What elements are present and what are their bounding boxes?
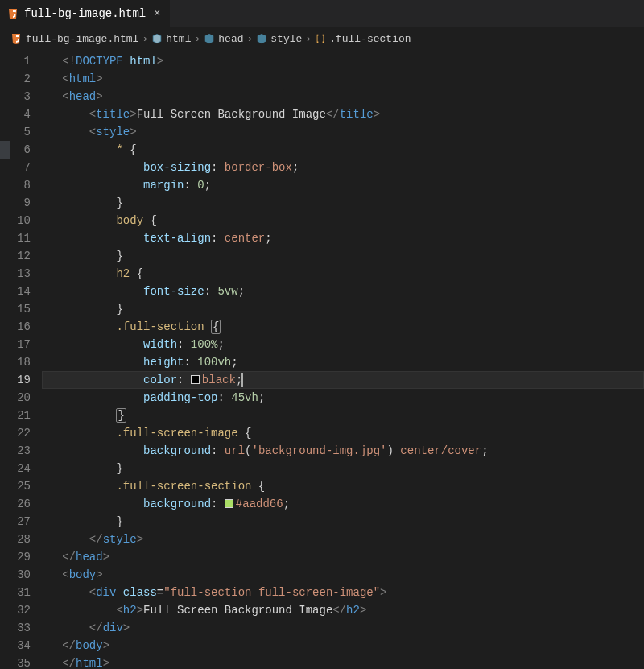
breadcrumb-file[interactable]: full-bg-image.html xyxy=(10,32,138,45)
editor-area[interactable]: 1234567891011121314151617181920212223242… xyxy=(0,49,644,669)
chevron-right-icon: › xyxy=(194,33,200,45)
chevron-right-icon: › xyxy=(247,33,254,45)
line-number[interactable]: 35 xyxy=(0,655,31,669)
line-number[interactable]: 34 xyxy=(0,637,31,655)
line-number[interactable]: 20 xyxy=(0,389,31,407)
close-icon[interactable]: × xyxy=(151,7,163,20)
line-number[interactable]: 10 xyxy=(0,212,31,229)
line-number[interactable]: 21 xyxy=(0,407,31,424)
tab-bar: full-bg-image.html × xyxy=(0,0,644,28)
breadcrumb-label: html xyxy=(166,33,191,45)
line-number[interactable]: 23 xyxy=(0,442,31,460)
line-number[interactable]: 24 xyxy=(0,460,31,477)
breadcrumb-label: head xyxy=(218,33,243,45)
line-number[interactable]: 26 xyxy=(0,495,31,513)
line-number[interactable]: 33 xyxy=(0,619,31,637)
color-swatch-aadd66[interactable] xyxy=(225,499,233,508)
module-icon xyxy=(204,33,215,44)
editor-tab[interactable]: full-bg-image.html × xyxy=(0,0,171,27)
breadcrumb-label: .full-section xyxy=(329,33,411,45)
html-file-icon xyxy=(10,32,23,45)
code-content[interactable]: <!DOCTYPE html> <html> <head> <title>Ful… xyxy=(42,49,644,669)
line-number[interactable]: 22 xyxy=(0,424,31,442)
line-number[interactable]: 32 xyxy=(0,601,31,619)
line-number[interactable]: 25 xyxy=(0,477,31,495)
line-number[interactable]: 27 xyxy=(0,513,31,531)
line-number[interactable]: 19 xyxy=(0,371,31,389)
line-number[interactable]: 28 xyxy=(0,531,31,548)
html-file-icon xyxy=(6,7,19,20)
line-number[interactable]: 4 xyxy=(0,105,31,123)
breadcrumbs[interactable]: full-bg-image.html › html › head › style… xyxy=(0,28,644,49)
module-icon xyxy=(151,33,163,44)
line-number[interactable]: 31 xyxy=(0,584,31,601)
line-number[interactable]: 18 xyxy=(0,353,31,371)
breadcrumb-label: style xyxy=(270,33,302,45)
line-number[interactable]: 30 xyxy=(0,566,31,584)
color-swatch-black[interactable] xyxy=(191,375,200,384)
line-number[interactable]: 8 xyxy=(0,176,31,194)
chevron-right-icon: › xyxy=(142,33,148,45)
brackets-icon xyxy=(315,33,326,44)
tab-filename: full-bg-image.html xyxy=(24,7,146,20)
gutter-selection-indicator xyxy=(0,141,10,159)
line-number[interactable]: 2 xyxy=(0,70,31,88)
line-number[interactable]: 29 xyxy=(0,548,31,566)
line-number[interactable]: 5 xyxy=(0,123,31,141)
line-number[interactable]: 13 xyxy=(0,265,31,283)
line-number[interactable]: 15 xyxy=(0,300,31,318)
line-number[interactable]: 14 xyxy=(0,283,31,300)
line-number[interactable]: 16 xyxy=(0,318,31,336)
line-number[interactable]: 11 xyxy=(0,229,31,247)
line-number[interactable]: 12 xyxy=(0,247,31,265)
module-icon xyxy=(256,33,267,44)
breadcrumb-style[interactable]: style xyxy=(256,33,302,45)
line-number[interactable]: 3 xyxy=(0,88,31,105)
text-cursor xyxy=(242,373,243,387)
breadcrumb-html[interactable]: html xyxy=(151,33,191,45)
line-number[interactable]: 1 xyxy=(0,52,31,70)
line-number[interactable]: 9 xyxy=(0,194,31,212)
breadcrumb-head[interactable]: head xyxy=(204,33,243,45)
breadcrumb-selector[interactable]: .full-section xyxy=(315,33,411,45)
line-number[interactable]: 7 xyxy=(0,159,31,176)
chevron-right-icon: › xyxy=(305,33,312,45)
line-number[interactable]: 17 xyxy=(0,336,31,353)
breadcrumb-label: full-bg-image.html xyxy=(26,33,138,45)
